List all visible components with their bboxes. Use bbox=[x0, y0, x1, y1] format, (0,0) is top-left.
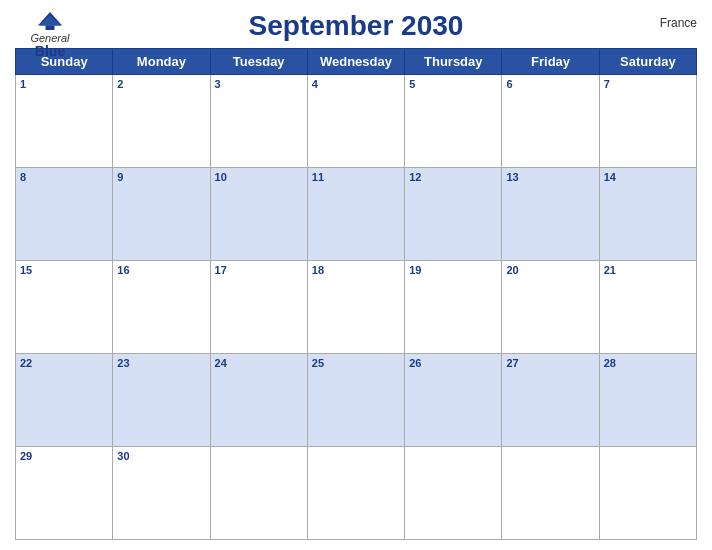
calendar-day-cell: 16 bbox=[113, 261, 210, 354]
day-number: 10 bbox=[215, 171, 303, 183]
calendar-day-cell: 0 bbox=[405, 447, 502, 540]
header-thursday: Thursday bbox=[405, 49, 502, 75]
day-number: 12 bbox=[409, 171, 497, 183]
header-friday: Friday bbox=[502, 49, 599, 75]
calendar-day-cell: 30 bbox=[113, 447, 210, 540]
calendar-day-cell: 3 bbox=[210, 75, 307, 168]
day-number: 18 bbox=[312, 264, 400, 276]
logo-blue-text: Blue bbox=[35, 44, 65, 59]
calendar-day-cell: 26 bbox=[405, 354, 502, 447]
day-number: 16 bbox=[117, 264, 205, 276]
day-number: 22 bbox=[20, 357, 108, 369]
calendar-title: September 2030 bbox=[249, 10, 464, 42]
logo: General Blue bbox=[15, 10, 85, 59]
general-blue-logo-icon bbox=[35, 10, 65, 32]
day-number: 0 bbox=[409, 450, 497, 462]
calendar-day-cell: 20 bbox=[502, 261, 599, 354]
calendar-day-cell: 10 bbox=[210, 168, 307, 261]
calendar-day-cell: 29 bbox=[16, 447, 113, 540]
day-number: 0 bbox=[215, 450, 303, 462]
calendar-day-cell: 0 bbox=[599, 447, 696, 540]
calendar-day-cell: 8 bbox=[16, 168, 113, 261]
day-number: 7 bbox=[604, 78, 692, 90]
calendar-day-cell: 7 bbox=[599, 75, 696, 168]
day-number: 30 bbox=[117, 450, 205, 462]
calendar-day-cell: 17 bbox=[210, 261, 307, 354]
calendar-day-cell: 27 bbox=[502, 354, 599, 447]
day-number: 4 bbox=[312, 78, 400, 90]
day-number: 13 bbox=[506, 171, 594, 183]
day-number: 25 bbox=[312, 357, 400, 369]
day-number: 28 bbox=[604, 357, 692, 369]
calendar-day-cell: 2 bbox=[113, 75, 210, 168]
day-number: 23 bbox=[117, 357, 205, 369]
calendar-week-row: 1234567 bbox=[16, 75, 697, 168]
day-number: 29 bbox=[20, 450, 108, 462]
day-number: 9 bbox=[117, 171, 205, 183]
day-number: 20 bbox=[506, 264, 594, 276]
calendar-day-cell: 19 bbox=[405, 261, 502, 354]
calendar-day-cell: 1 bbox=[16, 75, 113, 168]
day-number: 19 bbox=[409, 264, 497, 276]
country-label: France bbox=[660, 16, 697, 30]
day-number: 3 bbox=[215, 78, 303, 90]
calendar-header: General Blue September 2030 France bbox=[15, 10, 697, 42]
calendar-day-cell: 21 bbox=[599, 261, 696, 354]
calendar-day-cell: 23 bbox=[113, 354, 210, 447]
weekday-header-row: Sunday Monday Tuesday Wednesday Thursday… bbox=[16, 49, 697, 75]
calendar-day-cell: 0 bbox=[210, 447, 307, 540]
day-number: 1 bbox=[20, 78, 108, 90]
calendar-day-cell: 11 bbox=[307, 168, 404, 261]
calendar-week-row: 891011121314 bbox=[16, 168, 697, 261]
calendar-week-row: 15161718192021 bbox=[16, 261, 697, 354]
day-number: 21 bbox=[604, 264, 692, 276]
calendar-week-row: 293000000 bbox=[16, 447, 697, 540]
calendar-day-cell: 4 bbox=[307, 75, 404, 168]
header-wednesday: Wednesday bbox=[307, 49, 404, 75]
header-monday: Monday bbox=[113, 49, 210, 75]
calendar-day-cell: 22 bbox=[16, 354, 113, 447]
calendar-day-cell: 0 bbox=[502, 447, 599, 540]
day-number: 11 bbox=[312, 171, 400, 183]
day-number: 8 bbox=[20, 171, 108, 183]
calendar-day-cell: 9 bbox=[113, 168, 210, 261]
day-number: 24 bbox=[215, 357, 303, 369]
day-number: 0 bbox=[312, 450, 400, 462]
day-number: 0 bbox=[506, 450, 594, 462]
calendar-day-cell: 12 bbox=[405, 168, 502, 261]
day-number: 14 bbox=[604, 171, 692, 183]
calendar-day-cell: 15 bbox=[16, 261, 113, 354]
day-number: 2 bbox=[117, 78, 205, 90]
day-number: 0 bbox=[604, 450, 692, 462]
day-number: 26 bbox=[409, 357, 497, 369]
calendar-day-cell: 5 bbox=[405, 75, 502, 168]
svg-rect-3 bbox=[46, 26, 55, 31]
calendar-day-cell: 24 bbox=[210, 354, 307, 447]
day-number: 15 bbox=[20, 264, 108, 276]
header-tuesday: Tuesday bbox=[210, 49, 307, 75]
calendar-day-cell: 18 bbox=[307, 261, 404, 354]
calendar-day-cell: 13 bbox=[502, 168, 599, 261]
calendar-day-cell: 14 bbox=[599, 168, 696, 261]
header-saturday: Saturday bbox=[599, 49, 696, 75]
calendar-day-cell: 0 bbox=[307, 447, 404, 540]
day-number: 5 bbox=[409, 78, 497, 90]
calendar-day-cell: 6 bbox=[502, 75, 599, 168]
calendar-day-cell: 28 bbox=[599, 354, 696, 447]
calendar-week-row: 22232425262728 bbox=[16, 354, 697, 447]
calendar-day-cell: 25 bbox=[307, 354, 404, 447]
calendar-table: Sunday Monday Tuesday Wednesday Thursday… bbox=[15, 48, 697, 540]
day-number: 27 bbox=[506, 357, 594, 369]
day-number: 6 bbox=[506, 78, 594, 90]
day-number: 17 bbox=[215, 264, 303, 276]
